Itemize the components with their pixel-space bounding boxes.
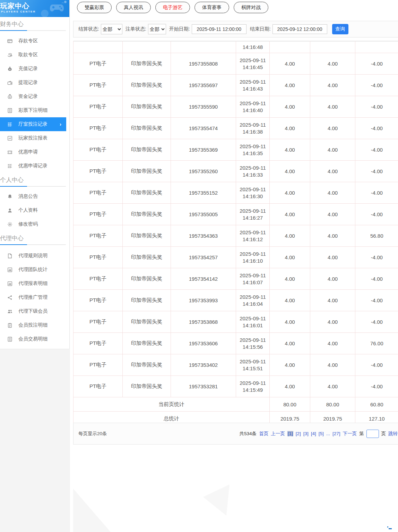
sidebar-item[interactable]: 会员交易明细 xyxy=(0,332,69,346)
cell-time-line: 14:15:56 xyxy=(236,344,269,351)
sidebar-item[interactable]: 厅室投注记录› xyxy=(0,117,66,131)
sidebar-section-title: 代理中心 xyxy=(0,233,69,244)
sidebar-item[interactable]: 修改密码 xyxy=(0,217,69,231)
sidebar-item-label: 提现记录 xyxy=(18,79,38,86)
cell-provider: PT电子 xyxy=(73,247,123,268)
game-tab[interactable]: 真人视讯 xyxy=(116,2,151,13)
ticket-icon xyxy=(7,149,12,155)
cell-datetime: 2025-09-1114:16:04 xyxy=(236,290,270,311)
cell-bet-amount: 4.00 xyxy=(270,118,310,139)
bell-icon xyxy=(7,194,12,199)
cell-time-line: 14:16:30 xyxy=(236,193,269,200)
cell-date-line: 2025-09-11 xyxy=(236,78,269,85)
sidebar-item[interactable]: 资金记录 xyxy=(0,90,69,103)
table-row: PT电子印加帝国头奖19573552602025-09-1114:16:334.… xyxy=(73,161,398,182)
cell-bet-amount: 4.00 xyxy=(270,75,310,96)
sidebar-item[interactable]: 代理推广管理 xyxy=(0,290,69,304)
document-lines-icon xyxy=(7,336,12,342)
sidebar-item[interactable]: 代理报表明细 xyxy=(0,277,69,290)
cell-bet-id: 1957353281 xyxy=(171,376,236,397)
cell-datetime: 2025-09-1114:16:38 xyxy=(236,118,270,139)
sidebar-item-label: 修改密码 xyxy=(18,221,38,227)
sidebar-section-title: 财务中心 xyxy=(0,19,69,29)
page-number-link[interactable]: [3] xyxy=(303,431,309,436)
jump-page-input[interactable] xyxy=(366,430,379,438)
sidebar-item[interactable]: 玩家投注报表 xyxy=(0,131,69,145)
cell-valid-amount: 4.00 xyxy=(310,268,355,290)
filter-bar: 结算状态: 全部 注单状态: 全部 开始日期: 结束日期: 查询 xyxy=(73,21,398,37)
cell-provider: PT电子 xyxy=(73,118,123,139)
corner-widget-bar xyxy=(389,528,392,529)
page-number-link[interactable]: [5] xyxy=(319,431,324,436)
sidebar-item[interactable]: 优惠申请记录 xyxy=(0,159,69,173)
share-icon xyxy=(7,295,12,300)
cell-date-line: 2025-09-11 xyxy=(236,186,269,193)
settle-status-select[interactable]: 全部 xyxy=(101,24,122,34)
cell-win-loss: 56.80 xyxy=(355,225,398,247)
cell-bet-id: 1957355152 xyxy=(171,182,236,204)
cell-provider: PT电子 xyxy=(73,333,123,354)
query-button[interactable]: 查询 xyxy=(332,24,348,34)
cell-valid-amount: 4.00 xyxy=(310,225,355,247)
page-number-link[interactable]: [2] xyxy=(296,431,301,436)
page-number-link[interactable]: [1] xyxy=(287,431,293,436)
sidebar-item[interactable]: 代理团队统计 xyxy=(0,263,69,277)
moneybag-icon xyxy=(7,66,12,71)
last-page-number-link[interactable]: [27] xyxy=(332,431,340,436)
cell-datetime: 2025-09-1114:15:51 xyxy=(236,354,270,376)
prev-page-link[interactable]: 上一页 xyxy=(271,431,285,437)
total-count-label: 共534条 xyxy=(240,431,257,437)
page-number-links: [1][2][3][4][5] xyxy=(287,431,324,436)
sidebar-item[interactable]: 彩票下注明细 xyxy=(0,103,69,117)
cell-win-loss: -4.00 xyxy=(355,161,398,182)
list-icon xyxy=(7,163,12,169)
table-row: PT电子印加帝国头奖19573542572025-09-1114:16:104.… xyxy=(73,247,398,268)
cell-valid-amount: 4.00 xyxy=(310,118,355,139)
cell-date-line: 2025-09-11 xyxy=(236,380,269,387)
order-status-select[interactable]: 全部 xyxy=(148,24,166,34)
game-tab[interactable]: 电子游艺 xyxy=(155,2,190,13)
jump-button[interactable]: 跳转 xyxy=(388,431,398,437)
cell-bet-amount: 4.00 xyxy=(270,96,310,118)
cell-win-loss: -4.00 xyxy=(355,182,398,204)
next-page-link[interactable]: 下一页 xyxy=(343,431,357,437)
sidebar-item[interactable]: 优惠申请 xyxy=(0,145,69,159)
cell-datetime: 2025-09-1114:16:33 xyxy=(236,161,270,182)
sidebar-item[interactable]: 代理规则说明 xyxy=(0,249,69,263)
bets-table: 14:16:48PT电子印加帝国头奖19573558082025-09-1114… xyxy=(73,41,398,426)
cell-win-loss: -4.00 xyxy=(355,204,398,225)
sidebar-item[interactable]: 提现记录 xyxy=(0,76,69,90)
cell-bet-amount: 4.00 xyxy=(270,333,310,354)
sidebar-item-label: 优惠申请记录 xyxy=(18,163,47,169)
cell-game: 印加帝国头奖 xyxy=(123,118,171,139)
sidebar-item[interactable]: 取款专区 xyxy=(0,48,69,62)
sidebar-item[interactable]: 充值记录 xyxy=(0,62,69,76)
game-tab[interactable]: 雙赢彩票 xyxy=(77,2,112,13)
sidebar-item-label: 存款专区 xyxy=(18,38,38,44)
page-number-link[interactable]: [4] xyxy=(311,431,316,436)
cell-date-line: 2025-09-11 xyxy=(236,337,269,344)
sidebar-item[interactable]: 消息公告 xyxy=(0,189,69,203)
game-tab[interactable]: 棋牌对战 xyxy=(234,2,268,13)
first-page-link[interactable]: 首页 xyxy=(259,431,268,437)
sidebar-item[interactable]: 存款专区 xyxy=(0,34,69,48)
start-date-input[interactable] xyxy=(192,24,246,34)
cell-game: 印加帝国头奖 xyxy=(123,376,171,397)
cell-time-line: 14:16:04 xyxy=(236,301,269,307)
sidebar-item-label: 会员交易明细 xyxy=(18,336,47,342)
cell-provider: PT电子 xyxy=(73,75,123,96)
sidebar-item[interactable]: 会员投注明细 xyxy=(0,318,69,332)
cell-bet-amount: 4.00 xyxy=(270,182,310,204)
end-date-input[interactable] xyxy=(272,24,327,34)
cell-bet-id: 1957355260 xyxy=(171,161,236,182)
cell-time-line: 14:16:12 xyxy=(236,236,269,243)
logo-subtitle: PLAYERS CENTER xyxy=(1,10,36,13)
cell-provider: PT电子 xyxy=(73,268,123,290)
cell-valid-amount: 4.00 xyxy=(310,204,355,225)
cell-bet-id: 1957355590 xyxy=(171,96,236,118)
sidebar-item[interactable]: 代理下级会员 xyxy=(0,304,69,318)
cell-date-line: 2025-09-11 xyxy=(236,121,269,128)
summary-bet-amount: 80.00 xyxy=(270,397,310,412)
game-tab[interactable]: 体育赛事 xyxy=(194,2,229,13)
sidebar-item[interactable]: 个人资料 xyxy=(0,203,69,217)
